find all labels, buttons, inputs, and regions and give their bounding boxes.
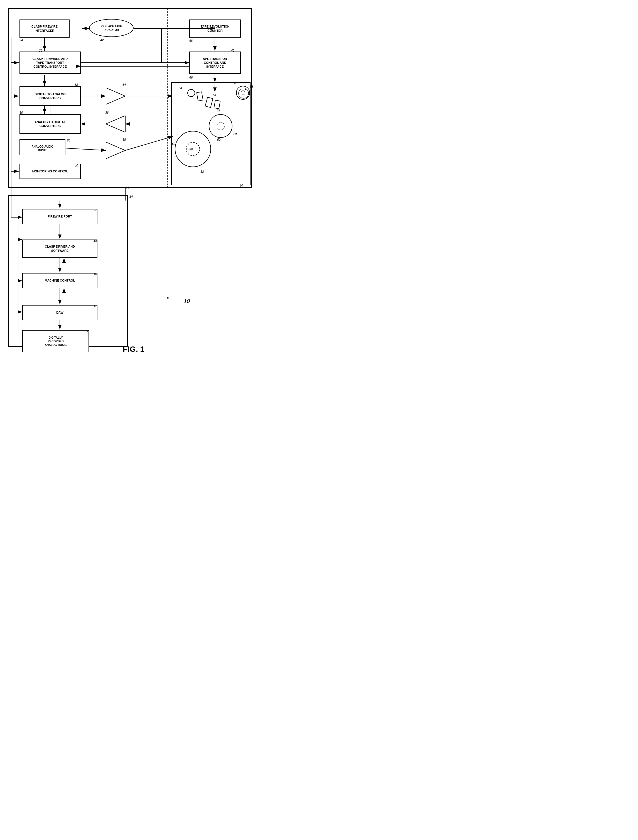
motor-capstan <box>236 86 250 100</box>
ref-52: 52 <box>201 170 204 173</box>
ref-10-arrow: ↘ <box>166 295 169 300</box>
tape-revolution-counter-block: TAPE REVOLUTION COUNTER <box>189 19 241 38</box>
ref-70: 70 <box>67 139 70 142</box>
ref-48: 48 <box>231 49 234 52</box>
ref-66: 66 <box>189 76 193 79</box>
ref-58: 58 <box>250 85 253 88</box>
replace-tape-indicator-block: REPLACE TAPE INDICATOR <box>89 19 134 37</box>
ref-16: 16 <box>93 272 97 276</box>
machine-control-block: MACHINE CONTROL <box>22 273 98 288</box>
svg-marker-1 <box>106 115 125 132</box>
ref-30: 30 <box>19 111 23 114</box>
ref-68: 68 <box>189 39 193 42</box>
ref-32: 32 <box>74 83 78 86</box>
ref-24: 24 <box>19 38 23 42</box>
amplifier-36 <box>106 115 128 132</box>
amplifier-38 <box>106 142 128 159</box>
amplifier-34 <box>106 88 128 104</box>
ref-46: 46 <box>234 81 237 85</box>
ref-56: 56 <box>189 148 193 151</box>
ref-42: 42 <box>100 38 104 42</box>
ref-54: 54 <box>213 93 216 96</box>
ref-14: 14 <box>129 195 133 198</box>
ref-12: 12 <box>93 304 97 308</box>
divider-line <box>167 8 167 188</box>
digitally-recorded-block: DIGITALLY RECORDED ANALOG MUSIC <box>22 330 89 352</box>
ref-36: 36 <box>105 111 109 114</box>
tape-transport-control-block: TAPE TRANSPORT CONTROL AND INTERFACE <box>189 52 241 74</box>
ref-72: 72 <box>85 329 88 333</box>
analog-digital-block: ANALOG TO DIGITAL CONVERTERS <box>19 114 81 134</box>
pinch-roller <box>187 89 195 97</box>
monitoring-control-block: MONITORING CONTROL <box>19 164 81 179</box>
clasp-driver-block: CLASP DRIVER AND SOFTWARE <box>22 239 98 258</box>
ref-20: 20 <box>233 132 237 136</box>
ref-55: 55 <box>216 109 220 112</box>
analog-audio-input-block: ANALOG AUDIO INPUT <box>19 139 65 157</box>
takeup-reel <box>209 114 232 138</box>
firewire-port-block: FIREWIRE PORT <box>22 209 98 224</box>
ref-18: 18 <box>93 239 97 242</box>
ref-60: 60 <box>172 142 175 146</box>
ref-40: 40 <box>74 164 78 167</box>
ref-26-label: 26 <box>126 186 129 190</box>
daw-block: DAW <box>22 305 98 320</box>
ref-50: 50 <box>217 138 221 141</box>
ref-28: 28 <box>39 49 42 52</box>
digital-analog-block: DIGITAL TO ANALOG CONVERTERS <box>19 86 81 106</box>
ref-44: 44 <box>239 184 243 187</box>
ref-34: 34 <box>123 83 126 86</box>
svg-marker-0 <box>106 88 125 104</box>
ref-22: 22 <box>93 208 97 212</box>
svg-marker-3 <box>245 88 246 90</box>
ref-64: 64 <box>179 86 182 90</box>
clasp-firewire-interfacer-block: CLASP FIREWIRE INTERFACER <box>19 19 69 38</box>
clasp-firmware-block: CLASP FIRMWARE AND TAPE TRANSPORT CONTRO… <box>19 52 81 74</box>
ref-38: 38 <box>123 138 126 141</box>
svg-marker-2 <box>106 142 125 159</box>
figure-label: FIG. 1 <box>123 345 144 354</box>
supply-reel <box>175 131 211 167</box>
ref-10: 10 <box>184 298 190 304</box>
